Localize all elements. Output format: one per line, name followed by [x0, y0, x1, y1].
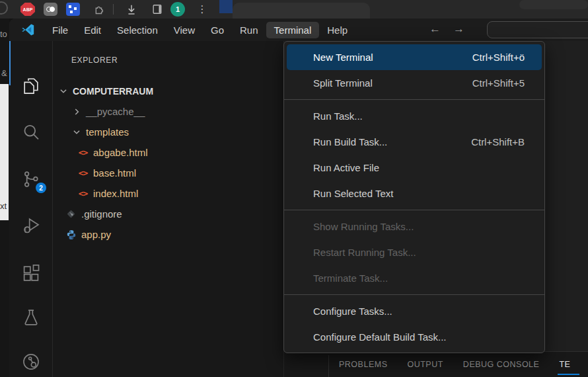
menu-item-run-active-file[interactable]: Run Active File — [287, 155, 542, 181]
root-folder-label: COMPUTERRAUM — [73, 86, 153, 97]
menu-edit[interactable]: Edit — [76, 22, 109, 38]
run-debug-icon[interactable] — [21, 216, 41, 235]
tree-item-base-html[interactable]: <> base.html — [53, 163, 283, 183]
menu-item-shortcut: Ctrl+Shift+B — [471, 136, 525, 147]
active-view-indicator — [9, 41, 11, 85]
menu-item-restart-running-task: Restart Running Task... — [287, 239, 542, 265]
camera-extension-icon[interactable] — [44, 3, 57, 16]
vscode-window: File Edit Selection View Go Run Terminal… — [9, 19, 588, 377]
menu-separator — [284, 294, 544, 295]
terminal-dropdown-menu: New Terminal Ctrl+Shift+ö Split Terminal… — [283, 41, 545, 353]
tree-item-templates[interactable]: templates — [53, 122, 283, 142]
folder-label: templates — [86, 126, 129, 138]
menu-item-terminate-task: Terminate Task... — [287, 265, 542, 291]
forward-arrow-icon[interactable]: → — [453, 22, 464, 36]
menubar: File Edit Selection View Go Run Terminal… — [44, 22, 355, 38]
menu-item-shortcut: Ctrl+Shift+5 — [472, 77, 525, 89]
git-file-icon — [65, 209, 77, 219]
menu-item-run-selected-text[interactable]: Run Selected Text — [287, 181, 542, 206]
html-file-icon: <> — [77, 188, 89, 198]
browser-menu-kebab-icon[interactable]: ⋮ — [197, 1, 207, 17]
background-window-fragment: to & xt — [0, 0, 9, 377]
custom-extension-icon[interactable] — [21, 352, 41, 372]
pinned-tab-fragment — [219, 0, 233, 13]
menu-item-show-running-tasks: Show Running Tasks... — [287, 214, 542, 239]
reading-view-icon[interactable] — [151, 3, 164, 16]
browser-tab-fragment — [519, 0, 588, 9]
puzzle-extensions-icon[interactable] — [91, 3, 106, 17]
explorer-icon[interactable] — [21, 75, 41, 95]
menu-selection[interactable]: Selection — [109, 22, 166, 38]
toolbar-divider — [113, 4, 114, 15]
activity-bar: 2 — [9, 41, 53, 377]
download-icon[interactable] — [124, 3, 139, 17]
menu-go[interactable]: Go — [203, 22, 232, 38]
explorer-header: EXPLORER — [71, 56, 283, 65]
tab-problems[interactable]: PROBLEMS — [339, 352, 387, 377]
browser-tab-fragment — [233, 3, 370, 20]
menu-item-label: Run Active File — [313, 162, 525, 173]
menu-item-split-terminal[interactable]: Split Terminal Ctrl+Shift+5 — [287, 70, 542, 96]
tab-terminal[interactable]: TE — [559, 352, 570, 377]
tab-debug-console[interactable]: DEBUG CONSOLE — [463, 352, 540, 377]
extensions-icon[interactable] — [21, 263, 41, 283]
adblock-extension-icon[interactable]: ABP — [20, 3, 35, 16]
menu-item-label: Configure Default Build Task... — [313, 331, 525, 343]
python-file-icon — [65, 230, 77, 240]
file-label: base.html — [93, 167, 136, 179]
menu-item-label: Restart Running Task... — [313, 247, 525, 258]
menu-item-label: Run Build Task... — [313, 136, 471, 147]
tree-item-index-html[interactable]: <> index.html — [53, 183, 283, 204]
panel-tabs: PROBLEMS OUTPUT DEBUG CONSOLE TE — [339, 352, 570, 377]
menu-item-label: New Terminal — [313, 52, 472, 63]
background-text-fragment: to — [0, 29, 7, 39]
background-text-fragment: xt — [0, 201, 7, 211]
folder-label: __pycache__ — [86, 106, 145, 117]
tree-item-pycache[interactable]: __pycache__ — [53, 101, 283, 122]
menu-item-label: Configure Tasks... — [313, 306, 525, 317]
back-arrow-icon[interactable]: ← — [429, 22, 441, 36]
menu-item-shortcut: Ctrl+Shift+ö — [472, 52, 525, 63]
chevron-down-icon — [72, 128, 81, 137]
menu-item-configure-tasks[interactable]: Configure Tasks... — [287, 298, 542, 324]
tree-item-gitignore[interactable]: .gitignore — [53, 204, 283, 224]
tree-item-abgabe-html[interactable]: <> abgabe.html — [53, 142, 283, 163]
menu-file[interactable]: File — [44, 22, 76, 38]
command-center-search-input[interactable] — [487, 21, 588, 38]
blue-extension-icon[interactable] — [66, 3, 80, 16]
file-label: app.py — [81, 229, 111, 240]
menu-item-new-terminal[interactable]: New Terminal Ctrl+Shift+ö — [287, 44, 542, 70]
menu-item-label: Split Terminal — [313, 77, 472, 89]
menu-item-label: Show Running Tasks... — [313, 221, 525, 232]
tab-output[interactable]: OUTPUT — [407, 352, 443, 377]
source-control-badge: 2 — [36, 183, 46, 193]
menu-run[interactable]: Run — [232, 22, 266, 38]
profile-avatar-fragment-icon — [0, 1, 8, 15]
vscode-titlebar: File Edit Selection View Go Run Terminal… — [9, 19, 588, 41]
search-icon[interactable] — [21, 122, 41, 142]
file-tree: COMPUTERRAUM __pycache__ templates <> ab… — [53, 81, 283, 245]
session-counter-icon[interactable]: 1 — [170, 2, 185, 17]
menu-separator — [284, 99, 544, 100]
menu-help[interactable]: Help — [319, 22, 355, 38]
menu-item-configure-default-build-task[interactable]: Configure Default Build Task... — [287, 324, 542, 350]
menu-separator — [284, 210, 544, 210]
html-file-icon: <> — [77, 168, 89, 178]
background-text-fragment: & — [1, 68, 7, 78]
html-file-icon: <> — [77, 147, 89, 157]
testing-flask-icon[interactable] — [21, 308, 41, 327]
bottom-panel: PROBLEMS OUTPUT DEBUG CONSOLE TE — [284, 351, 588, 377]
menu-view[interactable]: View — [166, 22, 203, 38]
menu-item-run-task[interactable]: Run Task... — [287, 103, 542, 129]
chevron-right-icon — [72, 107, 81, 116]
background-white-strip: xt — [0, 84, 9, 220]
menu-item-label: Run Selected Text — [313, 188, 525, 199]
vscode-logo-icon — [20, 22, 35, 37]
chevron-down-icon — [59, 87, 68, 96]
file-label: abgabe.html — [93, 147, 148, 158]
tree-root-computerraum[interactable]: COMPUTERRAUM — [53, 81, 283, 101]
menu-item-run-build-task[interactable]: Run Build Task... Ctrl+Shift+B — [287, 129, 542, 155]
tree-item-app-py[interactable]: app.py — [53, 224, 283, 245]
panel-divider — [328, 355, 329, 377]
menu-terminal[interactable]: Terminal — [266, 22, 320, 38]
